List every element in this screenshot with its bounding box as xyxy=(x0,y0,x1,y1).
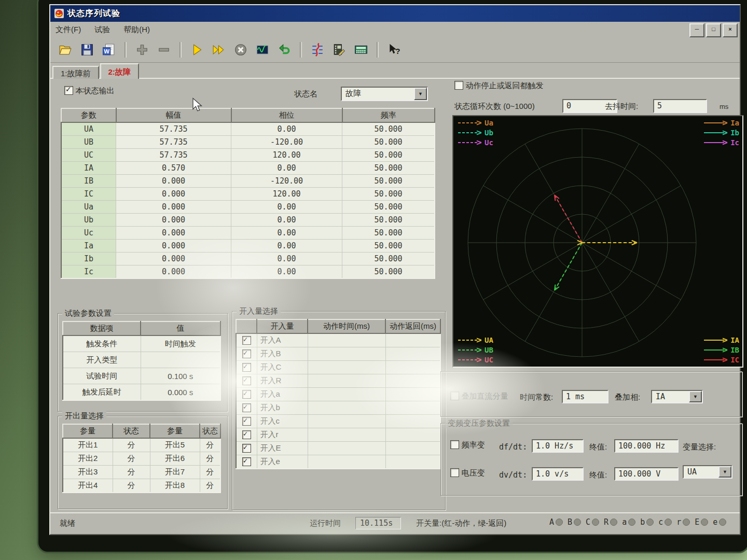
output-state[interactable]: 分 xyxy=(113,452,150,466)
data-value[interactable]: 时间触发 xyxy=(141,335,220,352)
data-value[interactable]: 0.100 s xyxy=(141,368,220,384)
trigger-mode-checkbox[interactable] xyxy=(454,81,463,90)
param-value[interactable]: 57.735 xyxy=(116,122,231,136)
debounce-input[interactable]: 5 xyxy=(653,99,707,113)
param-value[interactable]: 0.570 xyxy=(116,162,231,175)
param-value[interactable]: 0.00 xyxy=(231,253,342,265)
param-value[interactable]: 0.000 xyxy=(116,188,231,201)
menu-test[interactable]: 试验 xyxy=(94,25,110,35)
param-value[interactable]: 0.00 xyxy=(231,265,342,279)
data-value[interactable] xyxy=(141,352,220,368)
param-value[interactable]: 50.000 xyxy=(342,122,435,136)
dfdt-input[interactable]: 1.0 Hz/s xyxy=(532,439,584,453)
close-button[interactable]: × xyxy=(723,23,738,37)
output-state[interactable]: 分 xyxy=(200,479,220,493)
param-value[interactable]: 0.00 xyxy=(231,214,342,227)
param-value[interactable]: 0.000 xyxy=(116,253,231,265)
waveform-button[interactable] xyxy=(253,40,272,59)
param-value[interactable]: 50.000 xyxy=(342,188,435,201)
input-checkbox[interactable] xyxy=(242,390,251,399)
freq-final-input[interactable]: 100.000 Hz xyxy=(614,439,679,453)
harmonic-button[interactable] xyxy=(308,40,327,59)
dfdt-label: df/dt: xyxy=(499,442,527,452)
menu-help[interactable]: 帮助(H) xyxy=(123,25,150,35)
run-all-button[interactable] xyxy=(209,40,229,59)
param-value[interactable]: 0.000 xyxy=(116,175,231,188)
param-value[interactable]: 0.00 xyxy=(231,227,342,240)
param-value[interactable]: 50.000 xyxy=(342,201,435,214)
param-value[interactable]: 50.000 xyxy=(342,162,435,175)
state-name-dropdown[interactable]: 故障 ▼ xyxy=(341,87,428,101)
superpose-phase-dropdown[interactable]: IA ▼ xyxy=(651,390,703,403)
data-value[interactable]: 0.000 s xyxy=(141,384,220,401)
param-value[interactable]: 0.000 xyxy=(116,265,231,279)
param-value[interactable]: -120.00 xyxy=(231,136,342,149)
add-state-button[interactable] xyxy=(132,40,152,59)
param-value[interactable]: 120.00 xyxy=(231,188,342,201)
menu-file[interactable]: 文件(F) xyxy=(56,25,81,35)
report-button[interactable] xyxy=(329,40,349,59)
context-help-button[interactable]: ? xyxy=(384,40,404,59)
param-value[interactable]: 120.00 xyxy=(231,149,342,162)
output-state[interactable]: 分 xyxy=(113,438,150,452)
save-button[interactable] xyxy=(77,40,97,59)
input-checkbox[interactable] xyxy=(242,376,251,385)
param-value[interactable]: 50.000 xyxy=(342,214,435,227)
chevron-down-icon[interactable]: ▼ xyxy=(718,466,731,478)
param-value[interactable]: 57.735 xyxy=(116,149,231,162)
output-state[interactable]: 分 xyxy=(200,452,220,466)
dc-superpose-checkbox[interactable] xyxy=(450,391,459,400)
output-state[interactable]: 分 xyxy=(200,466,220,479)
param-value[interactable]: 50.000 xyxy=(342,136,435,149)
param-value[interactable]: 0.000 xyxy=(116,214,231,227)
minimize-button[interactable]: ─ xyxy=(689,23,704,37)
volt-final-input[interactable]: 100.000 V xyxy=(614,467,679,481)
param-value[interactable]: 50.000 xyxy=(342,253,435,265)
param-value[interactable]: 57.735 xyxy=(116,136,231,149)
soft-keyboard-button[interactable] xyxy=(351,40,371,59)
input-checkbox[interactable] xyxy=(242,403,251,412)
stop-button[interactable] xyxy=(231,40,251,59)
param-value[interactable]: 0.000 xyxy=(116,227,231,240)
param-value[interactable]: 0.00 xyxy=(231,240,342,253)
revert-button[interactable] xyxy=(274,40,294,59)
data-item: 试验时间 xyxy=(63,368,141,384)
param-value[interactable]: 0.00 xyxy=(231,122,342,136)
param-value[interactable]: 0.00 xyxy=(231,162,342,175)
input-checkbox[interactable] xyxy=(242,430,251,439)
param-value[interactable]: 50.000 xyxy=(342,240,435,253)
dvdt-input[interactable]: 1.0 v/s xyxy=(532,467,584,481)
var-select-dropdown[interactable]: UA ▼ xyxy=(683,465,732,479)
param-value[interactable]: 50.000 xyxy=(342,227,435,240)
output-state[interactable]: 分 xyxy=(200,438,220,452)
volt-ramp-checkbox[interactable] xyxy=(450,468,459,477)
param-value[interactable]: -120.00 xyxy=(231,175,342,188)
input-checkbox[interactable] xyxy=(242,444,251,453)
param-value[interactable]: 50.000 xyxy=(342,265,435,279)
freq-ramp-checkbox[interactable] xyxy=(450,440,459,449)
chevron-down-icon[interactable]: ▼ xyxy=(414,88,427,100)
param-value[interactable]: 0.00 xyxy=(231,201,342,214)
input-checkbox[interactable] xyxy=(242,336,251,345)
input-checkbox[interactable] xyxy=(242,363,251,372)
test-params-title: 试验参数设置 xyxy=(62,309,114,318)
param-value[interactable]: 0.000 xyxy=(116,240,231,253)
param-value[interactable]: 50.000 xyxy=(342,175,435,188)
export-word-button[interactable]: W xyxy=(99,40,119,59)
time-constant-input[interactable]: 1 ms xyxy=(562,390,608,403)
output-state[interactable]: 分 xyxy=(113,479,150,493)
remove-state-button[interactable] xyxy=(154,40,174,59)
input-checkbox[interactable] xyxy=(242,349,251,358)
run-button[interactable] xyxy=(187,40,207,59)
param-value[interactable]: 50.000 xyxy=(342,149,435,162)
state-output-checkbox[interactable] xyxy=(64,86,73,95)
chevron-down-icon[interactable]: ▼ xyxy=(689,391,702,402)
maximize-button[interactable]: □ xyxy=(706,23,721,37)
input-checkbox[interactable] xyxy=(242,417,251,426)
input-name: 开入e xyxy=(257,455,308,469)
input-checkbox[interactable] xyxy=(242,457,251,466)
output-name: 开出6 xyxy=(150,452,200,466)
output-state[interactable]: 分 xyxy=(113,466,150,479)
open-button[interactable] xyxy=(56,40,75,59)
param-value[interactable]: 0.000 xyxy=(116,201,231,214)
